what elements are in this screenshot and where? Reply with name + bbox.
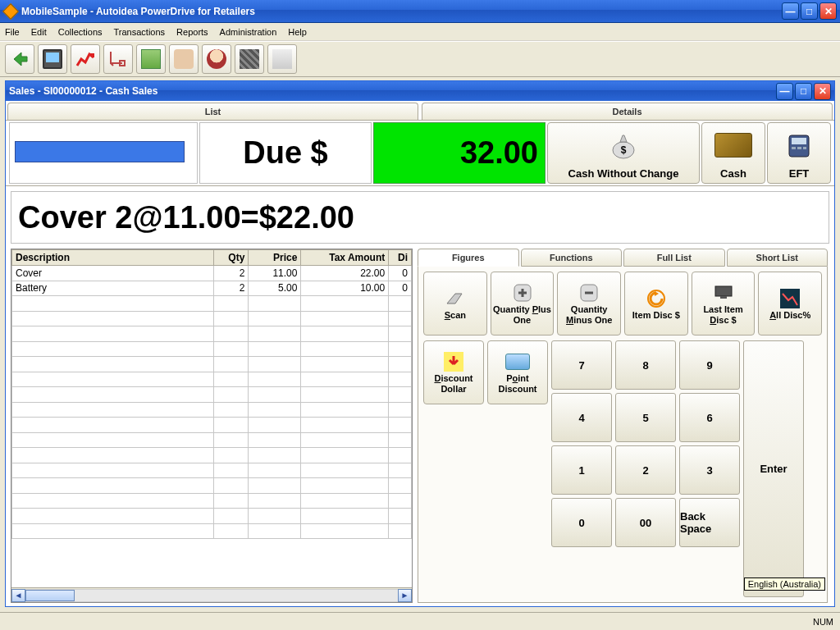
key-00[interactable]: 00 xyxy=(615,498,676,547)
col-description[interactable]: Description xyxy=(12,250,214,266)
sales-close-button[interactable]: ✕ xyxy=(814,83,831,100)
scroll-thumb[interactable] xyxy=(25,590,75,601)
table-row[interactable] xyxy=(12,402,412,418)
tab-details[interactable]: Details xyxy=(422,103,833,120)
item-disc-button[interactable]: Item Disc $ xyxy=(624,272,688,336)
app-titlebar: MobileSample - Autoidea PowerDrive for R… xyxy=(0,0,840,23)
key-7[interactable]: 7 xyxy=(551,340,612,390)
key-5[interactable]: 5 xyxy=(615,393,676,442)
subtab-figures[interactable]: Figures xyxy=(418,249,519,267)
menu-help[interactable]: Help xyxy=(288,27,307,37)
key-4[interactable]: 4 xyxy=(551,393,612,442)
table-row[interactable] xyxy=(12,372,412,387)
scroll-left-icon[interactable]: ◄ xyxy=(11,589,25,602)
cash-without-change-label: Cash Without Change xyxy=(568,167,679,180)
all-disc-pct-button[interactable]: All Disc% xyxy=(758,272,822,336)
table-row[interactable] xyxy=(12,463,412,478)
app-title: MobileSample - Autoidea PowerDrive for R… xyxy=(21,6,255,17)
col-price[interactable]: Price xyxy=(249,250,301,266)
menu-collections[interactable]: Collections xyxy=(58,27,103,37)
close-button[interactable]: ✕ xyxy=(819,2,837,20)
menu-file[interactable]: File xyxy=(5,27,20,37)
keyboard-icon xyxy=(240,49,259,69)
cash-without-change-button[interactable]: $ Cash Without Change xyxy=(547,122,700,184)
eft-label: EFT xyxy=(789,167,810,180)
scroll-right-icon[interactable]: ► xyxy=(398,589,412,602)
qty-minus-button[interactable]: Quantity Minus One xyxy=(557,272,621,336)
tool-cart[interactable] xyxy=(103,44,133,74)
tool-support[interactable] xyxy=(202,44,231,74)
maximize-button[interactable]: □ xyxy=(801,2,818,20)
table-row[interactable]: Cover 2 11.00 22.00 0 xyxy=(12,266,412,281)
qty-plus-button[interactable]: Quantity Plus One xyxy=(491,272,555,336)
tool-money[interactable] xyxy=(136,44,166,74)
table-row[interactable] xyxy=(12,509,412,524)
app-icon xyxy=(2,3,19,20)
key-3[interactable]: 3 xyxy=(679,445,740,495)
menubar: File Edit Collections Transactions Repor… xyxy=(0,23,840,41)
tool-chart[interactable] xyxy=(71,44,100,74)
status-num: NUM xyxy=(813,617,833,627)
table-row[interactable] xyxy=(12,493,412,509)
col-di[interactable]: Di xyxy=(389,250,412,266)
tool-keyboard[interactable] xyxy=(235,44,264,74)
table-row[interactable] xyxy=(12,478,412,494)
key-0[interactable]: 0 xyxy=(551,498,612,547)
eft-terminal-icon xyxy=(783,130,815,160)
cash-label: Cash xyxy=(720,167,746,180)
subtab-full-list[interactable]: Full List xyxy=(623,249,725,267)
table-row[interactable] xyxy=(12,296,412,312)
sales-title: Sales - SI00000012 - Cash Sales xyxy=(9,85,158,97)
chart-line-icon xyxy=(75,49,95,69)
col-tax-amount[interactable]: Tax Amount xyxy=(301,250,389,266)
tool-pos[interactable] xyxy=(38,44,67,74)
minus-icon xyxy=(579,283,599,303)
table-row[interactable] xyxy=(12,357,412,372)
menu-administration[interactable]: Administration xyxy=(220,27,277,37)
table-row[interactable]: Battery 2 5.00 10.00 0 xyxy=(12,281,412,296)
subtab-functions[interactable]: Functions xyxy=(521,249,623,267)
card-icon xyxy=(505,354,530,370)
sales-maximize-button[interactable]: □ xyxy=(795,83,812,100)
point-discount-button[interactable]: Point Discount xyxy=(487,340,548,404)
key-1[interactable]: 1 xyxy=(551,445,612,495)
headset-person-icon xyxy=(207,49,226,69)
tool-handshake[interactable] xyxy=(169,44,199,74)
key-backspace[interactable]: Back Space xyxy=(679,498,740,547)
table-row[interactable] xyxy=(12,341,412,357)
table-row[interactable] xyxy=(12,432,412,448)
last-item-disc-button[interactable]: Last Item Disc $ xyxy=(692,272,756,336)
tool-person[interactable] xyxy=(267,44,297,74)
tab-list[interactable]: List xyxy=(7,103,418,120)
key-9[interactable]: 9 xyxy=(679,340,740,390)
key-8[interactable]: 8 xyxy=(615,340,676,390)
eft-button[interactable]: EFT xyxy=(767,122,831,184)
progress-box xyxy=(9,122,198,184)
money-icon xyxy=(141,49,161,69)
key-enter[interactable]: Enter xyxy=(743,340,804,597)
table-row[interactable] xyxy=(12,523,412,539)
table-row[interactable] xyxy=(12,418,412,433)
due-label: Due $ xyxy=(199,122,372,184)
col-qty[interactable]: Qty xyxy=(213,250,249,266)
subtab-short-list[interactable]: Short List xyxy=(727,249,829,267)
sales-minimize-button[interactable]: — xyxy=(776,83,793,100)
key-2[interactable]: 2 xyxy=(615,445,676,495)
horizontal-scrollbar[interactable]: ◄ ► xyxy=(11,587,412,602)
menu-edit[interactable]: Edit xyxy=(31,27,47,37)
minimize-button[interactable]: — xyxy=(782,2,799,20)
back-button[interactable] xyxy=(5,44,34,74)
arrow-down-icon xyxy=(444,352,463,372)
table-row[interactable] xyxy=(12,326,412,342)
menu-reports[interactable]: Reports xyxy=(176,27,208,37)
discount-dollar-button[interactable]: Discount Dollar xyxy=(423,340,484,404)
svg-rect-3 xyxy=(792,138,806,144)
scan-button[interactable]: Scan xyxy=(423,272,487,336)
table-row[interactable] xyxy=(12,311,412,326)
cash-button[interactable]: Cash xyxy=(701,122,765,184)
table-row[interactable] xyxy=(12,448,412,463)
svg-rect-11 xyxy=(720,296,727,299)
key-6[interactable]: 6 xyxy=(679,393,740,442)
table-row[interactable] xyxy=(12,387,412,403)
menu-transactions[interactable]: Transactions xyxy=(114,27,166,37)
